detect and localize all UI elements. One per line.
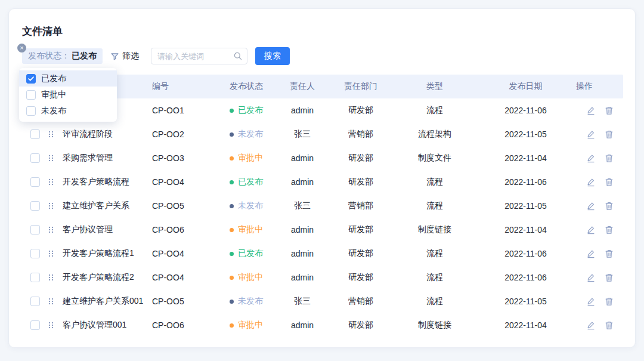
- status-badge: 审批中: [230, 153, 277, 163]
- department: 研发部: [327, 272, 394, 283]
- edit-icon[interactable]: [586, 177, 596, 187]
- table-row: 客户协议管理 CP-OO6 审批中 admin 研发部 制度链接 2022-11…: [22, 218, 623, 242]
- delete-icon[interactable]: [605, 201, 614, 211]
- drag-handle-icon[interactable]: [48, 322, 54, 329]
- delete-icon[interactable]: [605, 106, 614, 115]
- department: 营销部: [327, 200, 394, 211]
- delete-icon[interactable]: [605, 129, 614, 139]
- publish-date: 2022-11-05: [475, 129, 576, 139]
- column-header: 类型: [394, 81, 475, 92]
- row-checkbox[interactable]: [30, 177, 40, 187]
- edit-icon[interactable]: [586, 320, 596, 330]
- owner: 张三: [277, 200, 327, 211]
- filter-button[interactable]: 筛选: [110, 51, 139, 61]
- status-label: 审批中: [238, 320, 263, 331]
- status-badge: 未发布: [230, 200, 277, 211]
- table-row: 建立维护客户关系 CP-OO5 未发布 张三 营销部 流程 2022-11-05: [22, 194, 623, 218]
- delete-icon[interactable]: [605, 249, 614, 258]
- column-header: 责任部门: [327, 81, 394, 92]
- status-label: 未发布: [238, 129, 263, 140]
- row-checkbox[interactable]: [30, 273, 40, 282]
- publish-date: 2022-11-05: [475, 297, 576, 306]
- row-checkbox[interactable]: [30, 320, 40, 330]
- status-label: 审批中: [238, 153, 263, 163]
- option-checkbox[interactable]: [26, 90, 36, 100]
- edit-icon[interactable]: [586, 225, 596, 235]
- filter-chip-label: 发布状态：: [28, 51, 70, 61]
- option-label: 已发布: [41, 73, 66, 84]
- row-checkbox[interactable]: [30, 201, 40, 211]
- doc-type: 制度链接: [394, 320, 475, 331]
- drag-handle-icon[interactable]: [48, 226, 54, 233]
- status-dot-icon: [230, 204, 234, 208]
- delete-icon[interactable]: [605, 225, 614, 235]
- drag-handle-icon[interactable]: [48, 202, 54, 209]
- department: 研发部: [327, 105, 394, 116]
- status-label: 未发布: [238, 200, 263, 211]
- doc-name: 客户协议管理001: [63, 320, 152, 331]
- edit-icon[interactable]: [586, 201, 596, 211]
- publish-date: 2022-11-06: [475, 106, 576, 115]
- delete-icon[interactable]: [605, 320, 614, 330]
- table-row: 采购需求管理 CP-OO3 审批中 admin 研发部 制度文件 2022-11…: [22, 146, 623, 170]
- option-checkbox[interactable]: [26, 74, 36, 84]
- file-list-card: 文件清单 × 发布状态： 已发布 筛选 搜索 编号发布状态责: [8, 8, 636, 348]
- owner: admin: [277, 273, 327, 282]
- edit-icon[interactable]: [586, 273, 596, 282]
- edit-icon[interactable]: [586, 297, 596, 306]
- department: 研发部: [327, 320, 394, 331]
- publish-date: 2022-11-04: [475, 320, 576, 330]
- drag-handle-icon[interactable]: [48, 250, 54, 257]
- status-badge: 已发布: [230, 105, 277, 116]
- drag-handle-icon[interactable]: [48, 274, 54, 281]
- status-badge: 审批中: [230, 320, 277, 331]
- status-dot-icon: [230, 252, 234, 256]
- doc-code: CP-OO1: [152, 106, 230, 115]
- edit-icon[interactable]: [586, 249, 596, 258]
- publish-date: 2022-11-06: [475, 249, 576, 258]
- filter-chip[interactable]: × 发布状态： 已发布: [22, 48, 103, 64]
- doc-type: 制度文件: [394, 153, 475, 163]
- drag-handle-icon[interactable]: [48, 178, 54, 186]
- status-dot-icon: [230, 323, 234, 328]
- doc-code: CP-OO4: [152, 249, 230, 258]
- publish-date: 2022-11-04: [475, 153, 576, 163]
- delete-icon[interactable]: [605, 177, 614, 187]
- edit-icon[interactable]: [586, 153, 596, 163]
- doc-name: 开发客户策略流程2: [63, 272, 152, 283]
- filter-chip-value: 已发布: [72, 51, 97, 61]
- delete-icon[interactable]: [605, 153, 614, 163]
- row-checkbox[interactable]: [30, 249, 40, 258]
- drag-handle-icon[interactable]: [48, 131, 54, 138]
- edit-icon[interactable]: [586, 129, 596, 139]
- doc-type: 制度链接: [394, 224, 475, 235]
- status-badge: 已发布: [230, 177, 277, 187]
- row-checkbox[interactable]: [30, 225, 40, 235]
- owner: admin: [277, 320, 327, 330]
- owner: admin: [277, 225, 327, 235]
- filter-button-label: 筛选: [122, 51, 139, 61]
- drag-handle-icon[interactable]: [48, 155, 54, 162]
- row-checkbox[interactable]: [30, 297, 40, 306]
- status-badge: 未发布: [230, 129, 277, 140]
- table-row: 评审流程阶段 CP-OO2 未发布 张三 营销部 流程架构 2022-11-05: [22, 122, 623, 146]
- status-label: 已发布: [238, 248, 263, 259]
- row-checkbox[interactable]: [30, 129, 40, 139]
- doc-code: CP-OO5: [152, 201, 230, 211]
- delete-icon[interactable]: [605, 297, 614, 306]
- edit-icon[interactable]: [586, 106, 596, 115]
- row-checkbox[interactable]: [30, 153, 40, 163]
- search-button[interactable]: 搜索: [255, 47, 290, 65]
- dropdown-option[interactable]: 已发布: [19, 70, 117, 87]
- chip-close-icon[interactable]: ×: [17, 44, 26, 53]
- option-checkbox[interactable]: [26, 106, 36, 116]
- search-icon[interactable]: [233, 51, 243, 63]
- status-dot-icon: [230, 276, 234, 280]
- dropdown-option[interactable]: 未发布: [19, 103, 117, 119]
- delete-icon[interactable]: [605, 273, 614, 282]
- dropdown-option[interactable]: 审批中: [19, 87, 117, 103]
- status-badge: 审批中: [230, 224, 277, 235]
- drag-handle-icon[interactable]: [48, 298, 54, 305]
- table-row: 建立维护客户关系001 CP-OO5 未发布 张三 营销部 流程 2022-11…: [22, 289, 623, 313]
- status-dot-icon: [230, 180, 234, 184]
